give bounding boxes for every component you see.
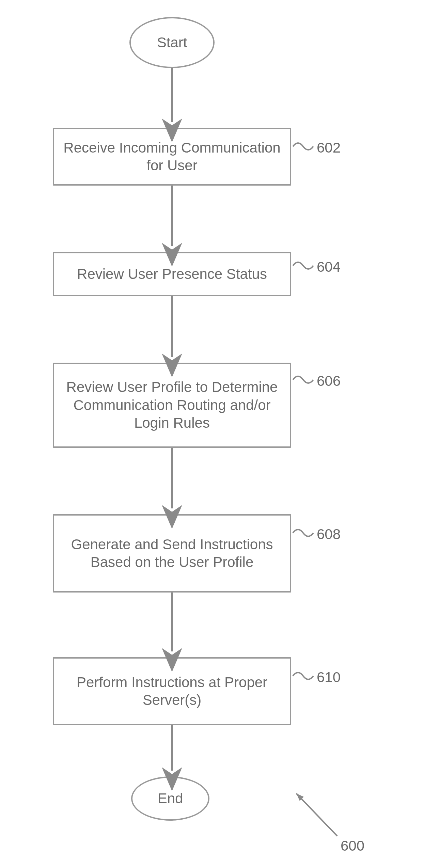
- step-610-ref: 610: [317, 669, 341, 685]
- step-608: Generate and Send Instructions Based on …: [53, 514, 291, 593]
- squiggle-602: [293, 143, 313, 150]
- step-602-text: Receive Incoming Communication for User: [62, 139, 282, 175]
- step-606-ref: 606: [317, 373, 341, 389]
- end-node: End: [131, 776, 209, 821]
- end-label: End: [158, 790, 183, 808]
- squiggle-606: [293, 376, 313, 383]
- squiggle-604: [293, 262, 313, 269]
- step-608-ref: 608: [317, 526, 341, 542]
- flowchart-canvas: Start Receive Incoming Communication for…: [0, 0, 439, 868]
- step-604-ref: 604: [317, 259, 341, 275]
- step-606-text: Review User Profile to Determine Communi…: [62, 378, 282, 432]
- step-602-ref: 602: [317, 140, 341, 156]
- start-label: Start: [157, 34, 187, 52]
- step-608-text: Generate and Send Instructions Based on …: [62, 536, 282, 571]
- pointer-600: [296, 793, 337, 836]
- step-610-text: Perform Instructions at Proper Server(s): [62, 674, 282, 709]
- step-610: Perform Instructions at Proper Server(s): [53, 657, 291, 725]
- step-604: Review User Presence Status: [53, 252, 291, 296]
- squiggle-608: [293, 530, 313, 536]
- step-606: Review User Profile to Determine Communi…: [53, 363, 291, 448]
- figure-ref: 600: [341, 838, 364, 854]
- step-602: Receive Incoming Communication for User: [53, 128, 291, 186]
- squiggle-610: [293, 673, 313, 679]
- start-node: Start: [129, 17, 215, 68]
- pointer-600-head: [296, 793, 304, 801]
- step-604-text: Review User Presence Status: [77, 265, 267, 283]
